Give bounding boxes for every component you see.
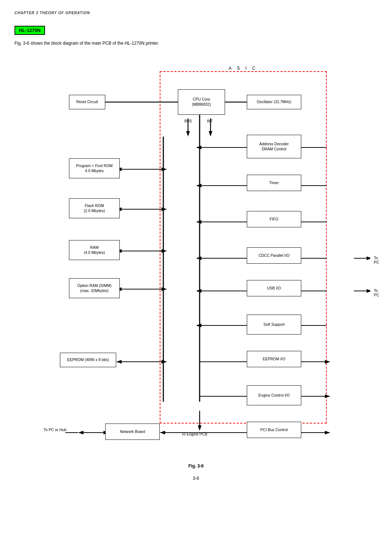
model-badge: HL-1270N [15,26,45,35]
svg-marker-20 [367,256,370,260]
asic-label: A S I C [229,66,257,71]
svg-marker-34 [198,425,201,431]
int-label: INT [207,119,213,123]
oscillator-box: Oscillator (32.7MHz) [247,95,301,109]
network-board-box: Network Board [105,424,160,440]
prog-font-rom-box: Program + Font ROM 4.0 Mbytes [69,158,120,178]
pci-bus-box: PCI Bus Control [247,422,301,438]
eeprom-io-box: EEPROM I/O [247,351,301,367]
asic-border [160,71,327,424]
usb-io-box: USB I/O [247,280,301,296]
cpu-core-box: CPU Core (MB86832) [178,89,225,115]
svg-marker-29 [116,360,122,364]
addr-decoder-box: Address Decoder DRAM Control [247,135,301,158]
diagram-container: A S I C [22,57,370,456]
svg-marker-24 [367,289,370,293]
chapter-header: CHAPTER 3 THEORY OF OPERATION [15,11,377,15]
cdcc-box: CDCC Parallel I/O [247,247,301,264]
svg-marker-36 [325,431,330,434]
svg-marker-38 [160,431,165,434]
bus-label: BUS [184,119,192,123]
fig-caption: Fig. 3-6 [15,463,377,469]
to-engine-pcb-label: To Engine PCB [181,432,207,436]
to-pc-hub-label: To PC or Hub [44,427,66,433]
soft-support-box: Soft Support [247,315,301,335]
engine-control-box: Engine Control I/O [247,385,301,405]
description: Fig. 3-6 shows the block diagram of the … [15,41,377,46]
reset-circuit-box: Reset Circuit [69,95,105,109]
timer-box: Timer [247,175,301,191]
page-number: 3-6 [15,476,377,481]
to-pc-label-1: To PC [374,256,379,264]
flash-rom-box: Flash ROM (2.0 Mbytes) [69,198,120,218]
ram-box: RAM (4.0 Mbytes) [69,240,120,260]
svg-marker-40 [78,431,83,434]
fifo-box: FIFO [247,211,301,227]
page: CHAPTER 3 THEORY OF OPERATION HL-1270N F… [0,0,392,555]
to-pc-label-2: To PC [374,288,379,297]
option-ram-box: Option RAM (SIMM) (max. 32Mbytes) [69,278,120,298]
eeprom-box: EEPROM (4096 x 8 bits) [60,353,116,367]
